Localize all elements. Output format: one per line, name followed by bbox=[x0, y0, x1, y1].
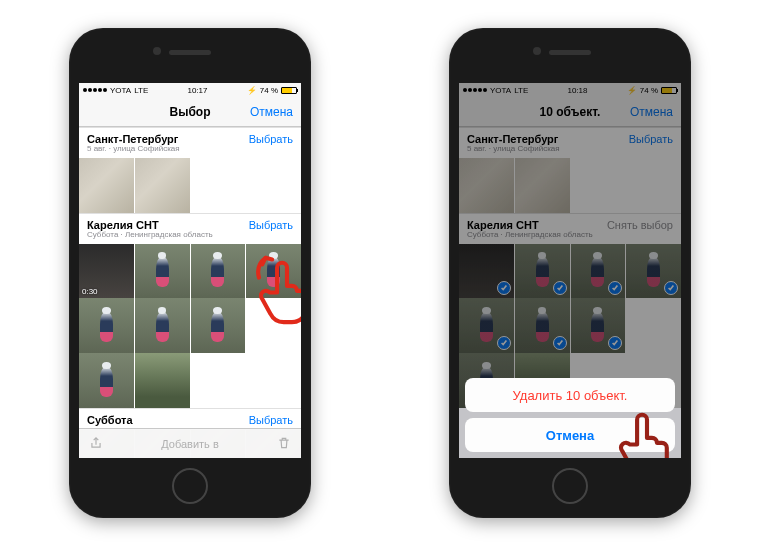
section-title: Суббота bbox=[87, 414, 133, 426]
photo-placeholder bbox=[246, 158, 301, 213]
section-subtitle: Суббота · Ленинградская область bbox=[87, 231, 213, 240]
iphone-right: YOTA LTE 10:18 ⚡ 74 % 10 объект. Отмена … bbox=[449, 28, 691, 518]
screen-left: YOTA LTE 10:17 ⚡ 74 % Выбор Отмена Санкт… bbox=[79, 83, 301, 458]
section-select-button[interactable]: Выбрать bbox=[249, 133, 293, 145]
section-subtitle: 5 авг. · улица Софийская bbox=[87, 145, 180, 154]
section-header-spb: Санкт-Петербург 5 авг. · улица Софийская… bbox=[79, 127, 301, 158]
photo-thumb[interactable] bbox=[135, 353, 190, 408]
bottom-toolbar: Добавить в bbox=[79, 428, 301, 458]
home-button[interactable] bbox=[552, 468, 588, 504]
photo-thumb[interactable] bbox=[246, 244, 301, 299]
section-header-saturday: Суббота Выбрать bbox=[79, 408, 301, 430]
photo-placeholder bbox=[246, 353, 301, 408]
photo-placeholder bbox=[246, 298, 301, 353]
section-select-button[interactable]: Выбрать bbox=[249, 219, 293, 231]
photo-thumb[interactable] bbox=[135, 298, 190, 353]
photo-placeholder bbox=[191, 353, 246, 408]
carrier-label: YOTA bbox=[110, 86, 131, 95]
photo-row: 0:30 bbox=[79, 244, 301, 299]
photo-placeholder bbox=[191, 158, 246, 213]
status-bar: YOTA LTE 10:17 ⚡ 74 % bbox=[79, 83, 301, 97]
clock: 10:17 bbox=[188, 86, 208, 95]
video-duration: 0:30 bbox=[82, 287, 98, 296]
photo-thumb[interactable] bbox=[191, 298, 246, 353]
section-header-karelia: Карелия СНТ Суббота · Ленинградская обла… bbox=[79, 213, 301, 244]
charging-icon: ⚡ bbox=[247, 86, 257, 95]
action-sheet-overlay: Удалить 10 объект. Отмена bbox=[459, 83, 681, 458]
photo-thumb[interactable] bbox=[135, 158, 190, 213]
photo-thumb[interactable] bbox=[79, 353, 134, 408]
photo-thumb[interactable] bbox=[79, 158, 134, 213]
video-thumb[interactable]: 0:30 bbox=[79, 244, 134, 299]
nav-bar: Выбор Отмена bbox=[79, 97, 301, 127]
photo-row bbox=[79, 158, 301, 213]
sheet-cancel-button[interactable]: Отмена bbox=[465, 418, 675, 452]
photo-row bbox=[79, 353, 301, 408]
photo-thumb[interactable] bbox=[135, 244, 190, 299]
delete-button[interactable]: Удалить 10 объект. bbox=[465, 378, 675, 412]
toolbar-add-to: Добавить в bbox=[79, 438, 301, 450]
nav-title: Выбор bbox=[170, 105, 211, 119]
photo-thumb[interactable] bbox=[191, 244, 246, 299]
iphone-left: YOTA LTE 10:17 ⚡ 74 % Выбор Отмена Санкт… bbox=[69, 28, 311, 518]
screen-right: YOTA LTE 10:18 ⚡ 74 % 10 объект. Отмена … bbox=[459, 83, 681, 458]
home-button[interactable] bbox=[172, 468, 208, 504]
signal-dots-icon bbox=[83, 88, 107, 92]
nav-cancel-button[interactable]: Отмена bbox=[250, 105, 293, 119]
battery-pct: 74 % bbox=[260, 86, 278, 95]
photo-thumb[interactable] bbox=[79, 298, 134, 353]
battery-icon bbox=[281, 87, 297, 94]
network-label: LTE bbox=[134, 86, 148, 95]
section-select-button[interactable]: Выбрать bbox=[249, 414, 293, 426]
photo-row bbox=[79, 298, 301, 353]
section-title: Карелия СНТ bbox=[87, 219, 213, 231]
